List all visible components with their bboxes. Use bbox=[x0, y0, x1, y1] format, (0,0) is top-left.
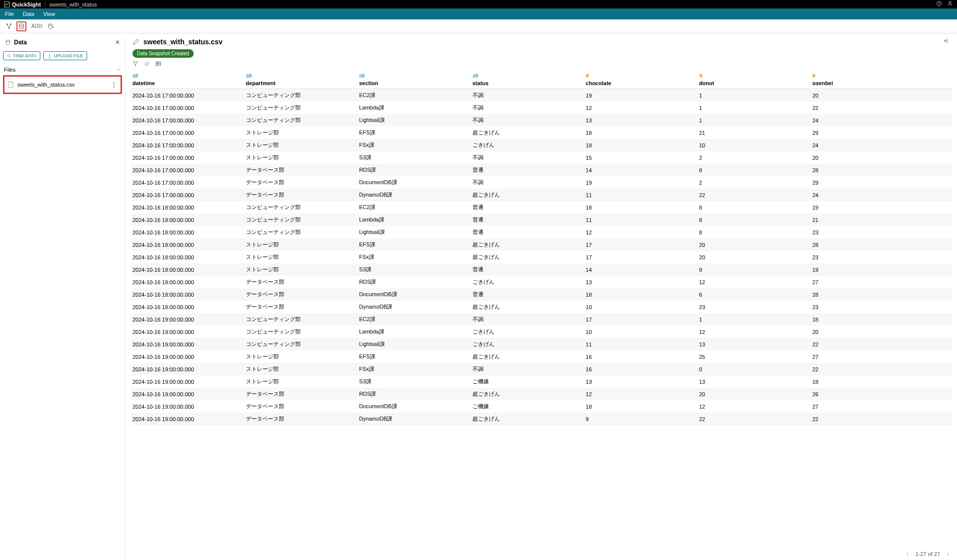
table-row[interactable]: 2024-10-16 18:00:00.000データベース部DocumentDB… bbox=[130, 288, 952, 301]
cell: Lambda課 bbox=[357, 214, 471, 226]
table-row[interactable]: 2024-10-16 18:00:00.000ストレージ部S3課普通14919 bbox=[130, 263, 952, 276]
cell: 超ごきげん bbox=[471, 126, 584, 139]
table-row[interactable]: 2024-10-16 17:00:00.000ストレージ部EFS課超ごきげん18… bbox=[130, 126, 952, 139]
col-department[interactable]: department bbox=[244, 71, 358, 89]
table-row[interactable]: 2024-10-16 19:00:00.000データベース部DocumentDB… bbox=[130, 400, 952, 413]
table-row[interactable]: 2024-10-16 17:00:00.000コンピューティング部Lightsa… bbox=[130, 114, 952, 126]
upload-file-button[interactable]: UPLOAD FILE bbox=[43, 51, 87, 60]
cell: 超ごきげん bbox=[471, 301, 584, 313]
find-data-label: FIND DATA bbox=[13, 53, 36, 58]
table-row[interactable]: 2024-10-16 19:00:00.000データベース部RDS課超ごきげん1… bbox=[130, 388, 952, 400]
edit-icon[interactable] bbox=[132, 38, 139, 45]
cell: 11 bbox=[584, 189, 697, 201]
close-icon[interactable]: ✕ bbox=[115, 39, 120, 46]
table-row[interactable]: 2024-10-16 17:00:00.000データベース部DocumentDB… bbox=[130, 176, 952, 189]
table-row[interactable]: 2024-10-16 17:00:00.000ストレージ部S3課不調15220 bbox=[130, 151, 952, 164]
next-page-icon[interactable] bbox=[945, 552, 950, 557]
cell: 22 bbox=[810, 338, 952, 350]
cell: 2024-10-16 18:00:00.000 bbox=[130, 251, 244, 263]
pager-text: 1-27 of 27 bbox=[915, 551, 940, 557]
cell: 11 bbox=[584, 338, 697, 350]
col-chocolate[interactable]: chocolate bbox=[584, 71, 697, 89]
sort-icon[interactable] bbox=[144, 61, 150, 67]
cell: 20 bbox=[810, 326, 952, 338]
prev-page-icon[interactable] bbox=[905, 552, 910, 557]
table-row[interactable]: 2024-10-16 18:00:00.000ストレージ部FSx課超ごきげん17… bbox=[130, 251, 952, 263]
cell: 24 bbox=[810, 114, 952, 126]
cell: 2024-10-16 18:00:00.000 bbox=[130, 288, 244, 301]
file-icon bbox=[8, 81, 14, 88]
table-row[interactable]: 2024-10-16 18:00:00.000コンピューティング部EC2課普通1… bbox=[130, 201, 952, 214]
filter-icon[interactable] bbox=[132, 61, 138, 67]
cell: ごきげん bbox=[471, 338, 584, 350]
user-icon[interactable] bbox=[947, 0, 953, 8]
col-section[interactable]: section bbox=[357, 71, 471, 89]
cell: EC2課 bbox=[357, 313, 471, 326]
cell: DynamoDB課 bbox=[357, 189, 471, 201]
cell: 19 bbox=[584, 176, 697, 189]
cell: 10 bbox=[584, 326, 697, 338]
table-row[interactable]: 2024-10-16 19:00:00.000ストレージ部S3課ご機嫌13131… bbox=[130, 375, 952, 388]
cell: 18 bbox=[584, 139, 697, 151]
table-row[interactable]: 2024-10-16 18:00:00.000コンピューティング部Lambda課… bbox=[130, 214, 952, 226]
cell: 10 bbox=[584, 301, 697, 313]
table-row[interactable]: 2024-10-16 19:00:00.000コンピューティング部Lambda課… bbox=[130, 326, 952, 338]
data-icon[interactable] bbox=[16, 21, 26, 31]
cell: 22 bbox=[697, 413, 811, 425]
table-row[interactable]: 2024-10-16 17:00:00.000コンピューティング部Lambda課… bbox=[130, 102, 952, 114]
col-donut[interactable]: donut bbox=[697, 71, 811, 89]
cell: RDS課 bbox=[357, 276, 471, 288]
cell: 2024-10-16 17:00:00.000 bbox=[130, 189, 244, 201]
add-dataset-icon[interactable] bbox=[46, 21, 56, 31]
cell: ストレージ部 bbox=[244, 151, 358, 164]
cell: 8 bbox=[697, 164, 811, 176]
cell: 13 bbox=[584, 114, 697, 126]
table-row[interactable]: 2024-10-16 17:00:00.000コンピューティング部EC2課不調1… bbox=[130, 89, 952, 102]
find-data-button[interactable]: FIND DATA bbox=[3, 51, 40, 60]
cell: 2 bbox=[697, 176, 811, 189]
menu-file[interactable]: File bbox=[5, 11, 14, 17]
cell: FSx課 bbox=[357, 139, 471, 151]
files-section[interactable]: Files bbox=[3, 64, 122, 75]
app-logo[interactable]: QuickSight bbox=[4, 1, 41, 7]
cell: ご機嫌 bbox=[471, 375, 584, 388]
cell: Lightsail課 bbox=[357, 114, 471, 126]
table-row[interactable]: 2024-10-16 17:00:00.000ストレージ部FSx課ごきげん181… bbox=[130, 139, 952, 151]
cell: コンピューティング部 bbox=[244, 214, 358, 226]
collapse-icon[interactable] bbox=[943, 37, 950, 46]
data-grid[interactable]: datetimedepartmentsectionstatuschocolate… bbox=[125, 71, 957, 560]
cell: 超ごきげん bbox=[471, 350, 584, 363]
cell: コンピューティング部 bbox=[244, 89, 358, 102]
table-row[interactable]: 2024-10-16 18:00:00.000ストレージ部EFS課超ごきげん17… bbox=[130, 238, 952, 251]
table-row[interactable]: 2024-10-16 19:00:00.000ストレージ部EFS課超ごきげん16… bbox=[130, 350, 952, 363]
svg-point-10 bbox=[7, 54, 10, 57]
help-icon[interactable]: ? bbox=[936, 0, 942, 8]
visualize-icon[interactable] bbox=[4, 21, 14, 31]
cell: コンピューティング部 bbox=[244, 201, 358, 214]
menu-view[interactable]: View bbox=[43, 11, 55, 17]
table-row[interactable]: 2024-10-16 18:00:00.000データベース部RDS課ごきげん13… bbox=[130, 276, 952, 288]
table-row[interactable]: 2024-10-16 19:00:00.000コンピューティング部Lightsa… bbox=[130, 338, 952, 350]
col-datetime[interactable]: datetime bbox=[130, 71, 244, 89]
menu-data[interactable]: Data bbox=[23, 11, 34, 17]
table-row[interactable]: 2024-10-16 17:00:00.000データベース部RDS課普通1482… bbox=[130, 164, 952, 176]
col-status[interactable]: status bbox=[471, 71, 584, 89]
cell: 不調 bbox=[471, 176, 584, 189]
file-more-icon[interactable]: ⋮ bbox=[111, 81, 117, 89]
table-row[interactable]: 2024-10-16 18:00:00.000データベース部DynamoDB課超… bbox=[130, 301, 952, 313]
table-view-icon[interactable] bbox=[155, 61, 161, 67]
file-item[interactable]: sweets_with_status.csv ⋮ bbox=[3, 75, 122, 94]
cell: 2024-10-16 17:00:00.000 bbox=[130, 164, 244, 176]
table-row[interactable]: 2024-10-16 19:00:00.000コンピューティング部EC2課不調1… bbox=[130, 313, 952, 326]
dataset-header: sweets_with_status.csv bbox=[125, 33, 957, 50]
pager: 1-27 of 27 bbox=[905, 551, 950, 557]
table-row[interactable]: 2024-10-16 19:00:00.000データベース部DynamoDB課超… bbox=[130, 413, 952, 425]
cell: 2024-10-16 19:00:00.000 bbox=[130, 313, 244, 326]
cell: 17 bbox=[584, 313, 697, 326]
table-row[interactable]: 2024-10-16 18:00:00.000コンピューティング部Lightsa… bbox=[130, 226, 952, 238]
table-row[interactable]: 2024-10-16 19:00:00.000ストレージ部FSx課不調16022 bbox=[130, 363, 952, 375]
table-row[interactable]: 2024-10-16 17:00:00.000データベース部DynamoDB課超… bbox=[130, 189, 952, 201]
col-osenbei[interactable]: osenbei bbox=[810, 71, 952, 89]
cell: ストレージ部 bbox=[244, 350, 358, 363]
cell: 27 bbox=[810, 350, 952, 363]
